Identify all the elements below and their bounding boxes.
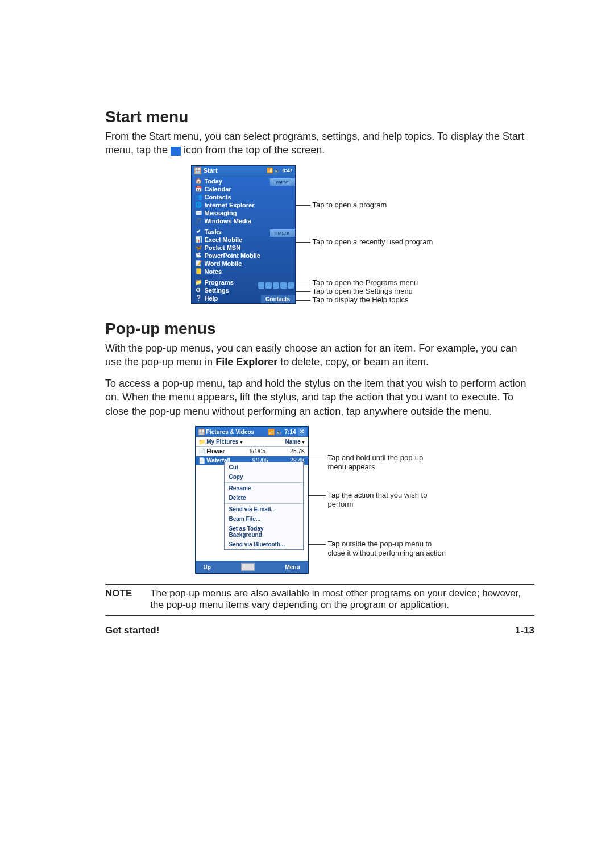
app-icon: 📁 <box>195 279 202 286</box>
close-icon[interactable]: ✕ <box>298 428 306 436</box>
heading-start-menu: Start menu <box>105 108 534 126</box>
start-menu-intro: From the Start menu, you can select prog… <box>105 130 534 157</box>
context-menu-item[interactable]: Cut <box>225 462 303 472</box>
startmenu-item[interactable]: 📊Excel Mobile <box>192 236 295 244</box>
footer-section: Get started! <box>105 625 159 636</box>
startmenu-item[interactable]: ✉️Messaging <box>192 209 295 217</box>
file-row[interactable]: 📄 Flower9/1/0525.7K <box>196 447 308 456</box>
app-icon: ❔ <box>195 295 202 302</box>
startmenu-softkey: Contacts <box>261 295 295 303</box>
startmenu-screenshot: 🪟 Start 📶 🔈 8:47 nation 🏠Today📅Calendar👥… <box>191 165 296 304</box>
startmenu-item[interactable]: 🦋Pocket MSN <box>192 244 295 252</box>
callout-tap-outside: Tap outside the pop-up menu to close it … <box>328 540 447 558</box>
context-menu-item[interactable]: Beam File... <box>225 514 303 524</box>
startmenu-item-label: Help <box>205 295 218 302</box>
startmenu-item[interactable]: 🎵Windows Media <box>192 217 295 225</box>
popup-softkeys: Up Menu <box>196 561 308 573</box>
heading-popup-menus: Pop-up menus <box>105 320 534 338</box>
startmenu-title-bar: 🪟 Start 📶 🔈 8:47 <box>192 166 295 176</box>
app-icon: 📊 <box>195 236 202 243</box>
page-footer: Get started! 1-13 <box>105 625 534 636</box>
popup-title: Pictures & Videos <box>206 429 254 435</box>
footer-page-number: 1-13 <box>515 625 534 636</box>
startmenu-item-label: Calendar <box>205 186 231 193</box>
startmenu-item-label: Word Mobile <box>205 260 242 267</box>
startmenu-item[interactable]: 📝Word Mobile <box>192 260 295 268</box>
startmenu-item[interactable]: 👥Contacts <box>192 193 295 201</box>
popup-folder[interactable]: My Pictures <box>206 439 238 445</box>
softkey-up[interactable]: Up <box>204 564 211 570</box>
page: Start menu From the Start menu, you can … <box>0 0 614 704</box>
windows-start-icon <box>171 147 181 156</box>
startmenu-item-label: Notes <box>205 268 222 275</box>
context-menu-item[interactable]: Rename <box>225 483 303 493</box>
startmenu-item-label: Today <box>205 178 223 185</box>
app-icon: 📽 <box>195 252 202 259</box>
startmenu-item-label: Pocket MSN <box>205 244 241 251</box>
popup-breadcrumb: 📁 My Pictures ▾ Name ▾ <box>196 437 308 447</box>
app-icon: 📅 <box>195 186 202 193</box>
figure-start-menu: 🪟 Start 📶 🔈 8:47 nation 🏠Today📅Calendar👥… <box>105 165 534 304</box>
app-icon: 🦋 <box>195 244 202 251</box>
startmenu-side-panel: nation <box>270 178 295 186</box>
app-icon: 👥 <box>195 194 202 201</box>
startmenu-status-icons: 📶 🔈 8:47 <box>267 168 293 173</box>
startmenu-title: Start <box>204 167 218 174</box>
startmenu-item-label: Settings <box>205 287 229 294</box>
app-icon: 📒 <box>195 268 202 275</box>
context-menu-item[interactable]: Send via Bluetooth... <box>225 540 303 549</box>
figure-popup: 🪟 Pictures & Videos 📶 🔈 7:14 ✕ 📁 My Pict… <box>105 426 534 574</box>
file-date: 9/1/05 <box>250 448 265 454</box>
app-icon: 🌐 <box>195 202 202 208</box>
startmenu-item[interactable]: 📽PowerPoint Mobile <box>192 252 295 260</box>
startmenu-item-label: Excel Mobile <box>205 236 243 243</box>
bold-file-explorer: File Explorer <box>215 356 277 368</box>
startmenu-tray-icons <box>258 282 294 289</box>
app-icon: ⚙ <box>195 287 202 294</box>
note-block: NOTE The pop-up menus are also available… <box>105 588 534 611</box>
callout-programs-menu: Tap to open the Programs menu <box>313 278 418 287</box>
app-icon: 🎵 <box>195 218 202 224</box>
startmenu-time: 8:47 <box>282 168 292 173</box>
app-icon: ✔ <box>195 228 202 235</box>
popup-time: 7:14 <box>284 429 296 435</box>
context-menu-item[interactable]: Send via E-mail... <box>225 504 303 514</box>
keyboard-icon[interactable] <box>241 563 255 571</box>
popup-para2: To access a pop-up menu, tap and hold th… <box>105 377 534 418</box>
startmenu-item-label: Programs <box>205 279 234 286</box>
divider <box>105 615 534 616</box>
startmenu-item-label: Internet Explorer <box>205 202 255 208</box>
startmenu-item[interactable]: 📒Notes <box>192 268 295 276</box>
popup-sort[interactable]: Name <box>285 439 300 445</box>
start-intro-b: icon from the top of the screen. <box>184 144 325 156</box>
startmenu-side-hint: t MSN! <box>270 229 295 237</box>
startmenu-item-label: Messaging <box>205 210 237 216</box>
startmenu-item[interactable]: 🌐Internet Explorer <box>192 201 295 209</box>
callout-open-program: Tap to open a program <box>313 201 387 209</box>
app-icon: 📝 <box>195 260 202 267</box>
callout-tap-action: Tap the action that you wish to perform <box>328 491 436 510</box>
context-menu-item[interactable]: Copy <box>225 472 303 482</box>
startmenu-item-label: Tasks <box>205 228 222 235</box>
softkey-menu[interactable]: Menu <box>285 564 300 570</box>
file-name: 📄 Flower <box>198 448 225 454</box>
popup-titlebar: 🪟 Pictures & Videos 📶 🔈 7:14 ✕ <box>196 427 308 437</box>
divider <box>105 584 534 585</box>
startmenu-item-label: Windows Media <box>205 218 251 224</box>
app-icon: ✉️ <box>195 210 202 216</box>
startmenu-item-label: PowerPoint Mobile <box>205 252 260 259</box>
context-menu-item[interactable]: Delete <box>225 493 303 503</box>
popup-context-menu: CutCopyRenameDeleteSend via E-mail...Bea… <box>224 462 304 550</box>
callout-tap-hold: Tap and hold until the pop-up menu appea… <box>328 453 436 472</box>
startmenu-item-label: Contacts <box>205 194 231 201</box>
context-menu-item[interactable]: Set as Today Background <box>225 524 303 540</box>
callout-recent-program: Tap to open a recently used program <box>313 237 433 246</box>
callout-settings-menu: Tap to open the Settings menu <box>313 287 413 295</box>
popup-para1: With the pop-up menus, you can easily ch… <box>105 341 534 369</box>
file-size: 25.7K <box>290 448 305 454</box>
note-body: The pop-up menus are also available in m… <box>150 588 534 611</box>
startmenu-item[interactable]: 📅Calendar <box>192 185 295 193</box>
app-icon: 🏠 <box>195 178 202 185</box>
popup-screenshot: 🪟 Pictures & Videos 📶 🔈 7:14 ✕ 📁 My Pict… <box>195 426 309 574</box>
note-heading: NOTE <box>105 588 132 611</box>
